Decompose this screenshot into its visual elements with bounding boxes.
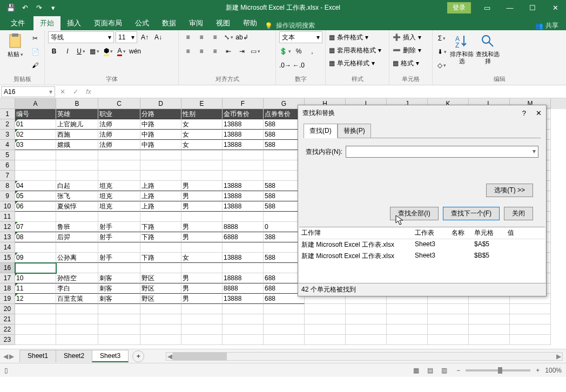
cell[interactable] [56,314,98,325]
cell[interactable]: 11 [15,283,56,294]
sort-filter-button[interactable]: AZ 排序和筛选 [450,31,474,65]
cell[interactable]: 张飞 [56,191,98,201]
cell[interactable]: 18888 [223,273,264,283]
tab-layout[interactable]: 页面布局 [87,16,129,30]
tab-view[interactable]: 视图 [210,16,237,30]
cell[interactable]: 男 [181,181,223,191]
cell[interactable]: 女 [181,130,223,140]
cell[interactable]: 上路 [140,191,181,201]
row-header[interactable]: 22 [0,325,15,335]
header-cell[interactable]: 分路 [140,109,181,119]
tell-me-search[interactable]: 💡 操作说明搜索 [265,21,315,30]
cell[interactable]: 坦克 [98,191,140,201]
cell[interactable]: 13888 [223,253,264,263]
cell[interactable]: 射手 [98,222,140,232]
cell[interactable] [98,263,140,273]
align-middle-icon[interactable]: ≡ [196,31,207,43]
delete-cells-button[interactable]: ➖删除▾ [393,44,421,56]
row-header[interactable]: 1 [0,109,15,119]
row-header[interactable]: 5 [0,150,15,160]
row-header[interactable]: 2 [0,119,15,130]
column-header[interactable]: F [223,98,264,109]
formula-input[interactable] [95,86,566,97]
cell[interactable] [98,150,140,160]
cell[interactable] [98,325,140,335]
increase-decimal-icon[interactable]: .0→ [279,59,291,71]
find-next-button[interactable]: 查找下一个(F) [443,207,500,220]
cell[interactable]: 13888 [223,130,264,140]
cell[interactable] [15,242,56,253]
cell[interactable]: 下路 [140,222,181,232]
cell[interactable]: 13888 [223,191,264,201]
cell[interactable]: 刺客 [98,283,140,294]
add-sheet-button[interactable]: + [132,350,144,362]
cell[interactable] [181,212,223,222]
header-cell[interactable]: 编号 [15,109,56,119]
cell[interactable] [15,263,56,273]
align-right-icon[interactable]: ≡ [209,45,221,57]
font-size-combo[interactable]: 11▾ [116,31,137,43]
cell[interactable]: 男 [181,222,223,232]
align-top-icon[interactable]: ≡ [182,31,194,43]
dialog-help-icon[interactable]: ? [522,109,526,117]
fill-icon[interactable]: ⬇ [436,46,448,58]
tab-formulas[interactable]: 公式 [129,16,156,30]
save-icon[interactable]: 💾 [4,1,17,14]
increase-indent-icon[interactable]: ⇥ [236,45,248,57]
result-row[interactable]: 新建 Microsoft Excel 工作表.xlsxSheet3$B$5 [299,251,545,262]
row-header[interactable]: 14 [0,242,15,253]
cell[interactable] [223,335,264,345]
normal-view-icon[interactable]: ▦ [409,365,423,376]
align-center-icon[interactable]: ≡ [196,45,207,57]
cell[interactable]: 野区 [140,283,181,294]
header-cell[interactable]: 英雄 [56,109,98,119]
select-all-cell[interactable] [0,98,15,109]
underline-icon[interactable]: U [75,45,87,57]
cell[interactable]: 13888 [223,201,264,212]
cell[interactable] [56,171,98,181]
cell[interactable]: 下路 [140,253,181,263]
column-header[interactable]: D [140,98,181,109]
cell[interactable] [181,335,223,345]
cell[interactable] [140,150,181,160]
row-header[interactable]: 9 [0,191,15,201]
border-icon[interactable]: ▦ [89,45,100,57]
cell[interactable]: 野区 [140,273,181,283]
cell[interactable] [140,171,181,181]
maximize-icon[interactable]: ☐ [522,0,543,15]
dialog-titlebar[interactable]: 查找和替换 ? ✕ [298,105,546,120]
row-header[interactable]: 19 [0,294,15,304]
format-cells-button[interactable]: ▦格式▾ [393,57,419,69]
tab-file[interactable]: 文件 [2,16,33,30]
align-left-icon[interactable]: ≡ [182,45,194,57]
cell[interactable] [181,160,223,171]
sheet-nav-prev-icon[interactable]: ◀ [3,353,8,360]
cell[interactable]: 6888 [223,232,264,242]
row-header[interactable]: 16 [0,263,15,273]
find-all-button[interactable]: 查找全部(I) [390,207,438,220]
cell[interactable]: 孙悟空 [56,273,98,283]
cell[interactable]: 刺客 [98,294,140,304]
tab-data[interactable]: 数据 [156,16,183,30]
cell[interactable] [56,212,98,222]
row-header[interactable]: 13 [0,232,15,242]
decrease-decimal-icon[interactable]: ←.0 [293,59,305,71]
cell[interactable] [264,314,305,325]
cell[interactable] [98,314,140,325]
cell[interactable] [98,160,140,171]
cell-styles-button[interactable]: ▦单元格样式▾ [329,57,375,69]
cell[interactable]: 中路 [140,140,181,150]
cell[interactable] [98,212,140,222]
cell[interactable] [140,263,181,273]
cell[interactable] [56,304,98,314]
cancel-formula-icon[interactable]: ✕ [56,86,69,97]
row-header[interactable]: 11 [0,212,15,222]
row-header[interactable]: 8 [0,181,15,191]
dialog-tab-find[interactable]: 查找(D) [304,124,338,138]
zoom-slider[interactable] [466,369,530,371]
cell[interactable]: 坦克 [98,181,140,191]
cell[interactable] [15,335,56,345]
cell[interactable]: 男 [181,273,223,283]
cell[interactable]: 夏侯惇 [56,201,98,212]
cell[interactable]: 8888 [223,222,264,232]
